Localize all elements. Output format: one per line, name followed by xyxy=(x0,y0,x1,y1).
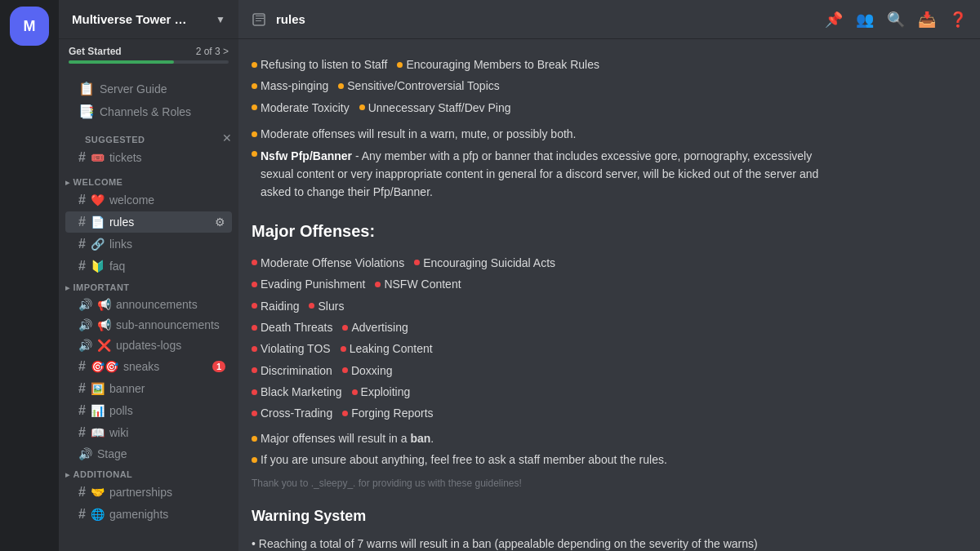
sidebar-item-rules[interactable]: # 📄 rules ⚙ xyxy=(65,211,232,233)
search-icon[interactable]: 🔍 xyxy=(887,11,905,29)
hash-icon: # xyxy=(78,150,86,165)
major-row-6: Black Marketing Exploiting xyxy=(252,383,823,401)
sidebar-item-sneaks[interactable]: # 🎯🎯 sneaks 1 xyxy=(65,356,232,377)
sidebar-item-sub-announcements[interactable]: 🔊 📢 sub-announcements xyxy=(65,315,232,335)
sidebar-item-stage[interactable]: 🔊 Stage xyxy=(65,444,232,464)
sidebar-item-links[interactable]: # 🔗 links xyxy=(65,233,232,255)
sidebar-item-label: welcome xyxy=(109,193,154,207)
main-area: rules 📌 👥 🔍 📥 ❓ Refusing to listen to St… xyxy=(238,0,980,551)
pin-icon[interactable]: 📌 xyxy=(825,11,843,29)
sidebar-item-banner[interactable]: # 🖼️ banner xyxy=(65,378,232,399)
message-area[interactable]: Refusing to listen to Staff Encouraging … xyxy=(238,39,980,551)
ban-note-row: Major offenses will result in a ban. xyxy=(252,429,823,447)
sidebar-item-welcome[interactable]: # ❤️ welcome xyxy=(65,189,232,211)
server-name: Multiverse Tower Def... xyxy=(72,12,194,26)
bullet-text: Slurs xyxy=(318,297,344,315)
close-suggested-icon[interactable]: ✕ xyxy=(222,131,232,144)
sidebar-item-wiki[interactable]: # 📖 wiki xyxy=(65,422,232,443)
bullet-text: Leaking Content xyxy=(350,340,433,358)
bullet-dot xyxy=(342,367,348,373)
bullet-text: Refusing to listen to Staff xyxy=(261,56,387,73)
server-header[interactable]: Multiverse Tower Def... ▼ xyxy=(59,0,238,39)
sidebar-item-label: Server Guide xyxy=(100,82,167,96)
bullet-text: Mass-pinging xyxy=(261,77,328,95)
category-welcome[interactable]: ▸ WELCOME xyxy=(59,172,238,189)
category-arrow-icon: ▸ xyxy=(65,283,70,292)
topbar-icons: 📌 👥 🔍 📥 ❓ xyxy=(825,11,967,29)
inbox-icon[interactable]: 📥 xyxy=(918,11,936,29)
bullet-text: Evading Punishment xyxy=(261,275,365,293)
channel-emoji: 📢 xyxy=(97,318,111,331)
category-label: ADDITIONAL xyxy=(74,469,133,479)
moderate-note-1: Moderate offenses will result in a warn,… xyxy=(261,125,576,143)
warning-title: Warning System xyxy=(252,504,823,528)
sidebar-item-partnerships[interactable]: # 🤝 partnerships xyxy=(65,482,232,503)
sidebar-item-polls[interactable]: # 📊 polls xyxy=(65,400,232,421)
bullet-dot xyxy=(342,325,348,331)
channel-emoji: 🤝 xyxy=(91,486,105,499)
bullet-dot xyxy=(252,104,257,110)
sidebar-item-faq[interactable]: # 🔰 faq xyxy=(65,256,232,277)
sidebar-item-label: links xyxy=(109,238,132,251)
channel-emoji: 🔰 xyxy=(91,260,105,273)
sidebar-item-server-guide[interactable]: 📋 Server Guide xyxy=(65,78,232,100)
channel-emoji: 🎯🎯 xyxy=(91,360,118,373)
category-important[interactable]: ▸ IMPORTANT xyxy=(59,278,238,294)
hash-icon: # xyxy=(78,215,86,229)
bullet-text: Death Threats xyxy=(261,318,332,336)
bullet-text: Unnecessary Staff/Dev Ping xyxy=(368,99,511,117)
moderate-row-3: Moderate Toxicity Unnecessary Staff/Dev … xyxy=(252,99,823,117)
major-row-1: Evading Punishment NSFW Content xyxy=(252,275,823,293)
gear-icon[interactable]: ⚙ xyxy=(215,216,225,229)
ban-note: Major offenses will result in a ban. xyxy=(261,429,434,447)
members-icon[interactable]: 👥 xyxy=(856,11,874,29)
sidebar-item-label: Stage xyxy=(97,447,127,460)
bullet-dot xyxy=(252,389,257,395)
warning-section: Warning System • Reaching a total of 7 w… xyxy=(252,504,823,551)
get-started-progress: 2 of 3 > xyxy=(196,46,229,57)
bullet-text: Moderate Toxicity xyxy=(261,99,350,117)
hash-icon: # xyxy=(78,381,86,396)
sidebar-item-gamenights[interactable]: # 🌐 gamenights xyxy=(65,504,232,525)
bullet-dot xyxy=(252,303,257,309)
bullet-dot xyxy=(341,346,346,352)
sidebar-item-channels-roles[interactable]: 📑 Channels & Roles xyxy=(65,100,232,122)
hash-icon: # xyxy=(78,193,86,207)
bullet-dot xyxy=(359,104,365,110)
sidebar-item-tickets[interactable]: # 🎟️ tickets xyxy=(65,147,232,168)
category-additional[interactable]: ▸ ADDITIONAL xyxy=(59,464,238,481)
sidebar-item-label: announcements xyxy=(116,298,198,311)
bullet-text: Violating TOS xyxy=(261,340,331,358)
server-list: M xyxy=(0,0,59,551)
major-row-7: Cross-Trading Forging Reports xyxy=(252,404,823,422)
staff-note-row: If you are unsure about anything, feel f… xyxy=(252,451,823,469)
sidebar-item-updates-logs[interactable]: 🔊 ❌ updates-logs xyxy=(65,335,232,355)
category-label: WELCOME xyxy=(74,177,123,187)
progress-bar-fill xyxy=(69,60,174,64)
help-icon[interactable]: ❓ xyxy=(949,11,967,29)
category-arrow-icon: ▸ xyxy=(65,470,70,479)
bullet-dot xyxy=(252,325,257,331)
get-started-section: Get Started 2 of 3 > xyxy=(59,39,238,70)
channel-emoji: 📖 xyxy=(91,426,105,439)
sidebar-item-label: polls xyxy=(109,404,133,417)
category-label: IMPORTANT xyxy=(74,282,130,292)
moderate-note-1-row: Moderate offenses will result in a warn,… xyxy=(252,125,823,202)
suggested-label: SUGGESTED xyxy=(72,130,158,146)
bullet-text: Discrimination xyxy=(261,362,332,380)
sidebar-item-label: Channels & Roles xyxy=(100,105,191,118)
channel-topbar-name: rules xyxy=(276,12,305,26)
chevron-down-icon: ▼ xyxy=(216,14,225,25)
speaker-icon: 🔊 xyxy=(78,298,92,311)
server-guide-icon: 📋 xyxy=(78,81,95,96)
sidebar-item-label: faq xyxy=(109,260,125,273)
sidebar-item-announcements[interactable]: 🔊 📢 announcements xyxy=(65,295,232,314)
major-row-0: Moderate Offense Violations Encouraging … xyxy=(252,254,823,272)
bullet-text: Moderate Offense Violations xyxy=(261,254,404,272)
channel-list: 📋 Server Guide 📑 Channels & Roles SUGGES… xyxy=(59,70,238,551)
bullet-dot xyxy=(252,346,257,352)
speaker-icon: 🔊 xyxy=(78,339,92,352)
bullet-dot xyxy=(252,457,257,463)
server-icon[interactable]: M xyxy=(10,7,49,46)
channel-emoji: 🌐 xyxy=(91,508,105,521)
